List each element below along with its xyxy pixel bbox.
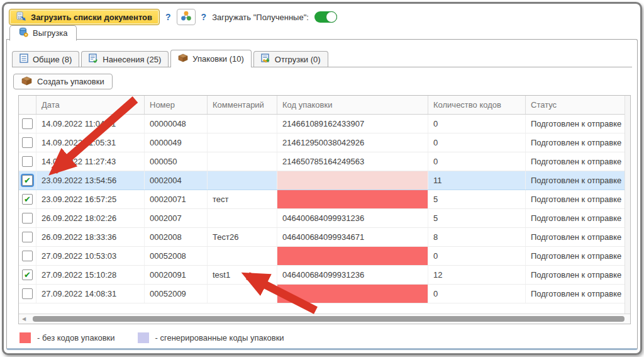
tab-obshchie-label: Общие (8) xyxy=(33,55,72,64)
horizontal-scrollbar-thumb[interactable] xyxy=(33,316,625,322)
row-checkbox[interactable] xyxy=(22,232,33,242)
table-row[interactable]: 26.09.2022 18:33:36 0002008 Тест26 04640… xyxy=(19,228,630,247)
cell-comment xyxy=(208,133,277,152)
cell-comment: test1 xyxy=(208,266,277,284)
tab-otgruzki-label: Отгрузки (0) xyxy=(275,55,321,64)
cell-number: 00020091 xyxy=(145,266,208,284)
packages-table: Дата Номер Комментарий Код упаковки Коли… xyxy=(18,95,631,324)
cell-status: Подготовлен к отправке xyxy=(526,152,630,171)
table-row[interactable]: 14.09.2022 11:04:51 00000048 21466108916… xyxy=(19,115,630,133)
cell-date: 27.09.2022 10:53:03 xyxy=(36,247,145,265)
toggle-knob xyxy=(326,11,337,23)
header-number[interactable]: Номер xyxy=(145,96,208,114)
header-comment[interactable]: Комментарий xyxy=(208,96,277,114)
header-code-count[interactable]: Количество кодов xyxy=(428,96,526,114)
table-body: 14.09.2022 11:04:51 00000048 21466108916… xyxy=(19,115,630,303)
cell-number: 00052009 xyxy=(145,285,208,303)
cell-comment xyxy=(208,171,277,190)
header-date[interactable]: Дата xyxy=(36,96,145,114)
tab-otgruzki[interactable]: Отгрузки (0) xyxy=(253,51,328,67)
help-link-2[interactable]: ? xyxy=(201,12,207,22)
row-checkbox[interactable] xyxy=(22,118,33,129)
table-row[interactable]: 14.09.2022 11:27:43 000050 2146507851642… xyxy=(19,152,630,171)
table-row[interactable]: 27.09.2022 10:53:03 00052008 0 Подготовл… xyxy=(19,247,630,266)
cell-date: 26.09.2022 18:02:26 xyxy=(36,209,145,227)
tab-obshchie[interactable]: Общие (8) xyxy=(12,51,79,67)
cell-number: 0000049 xyxy=(145,133,208,152)
tab-vygruzka[interactable]: Выгрузка xyxy=(9,25,77,41)
tab-naneseniya-label: Нанесения (25) xyxy=(103,55,161,64)
table-row[interactable]: 27.09.2022 14:08:31 00052009 0 Подготовл… xyxy=(19,285,630,303)
row-checkbox-cell xyxy=(19,285,36,303)
cell-code-count: 5 xyxy=(428,190,526,208)
row-checkbox-cell xyxy=(19,228,36,246)
cell-comment: Тест26 xyxy=(208,228,277,246)
cell-comment xyxy=(208,115,277,133)
app-window: Загрузить списки документов ? ? Загружат… xyxy=(2,2,642,355)
cell-package-code xyxy=(277,247,428,265)
purple-swatch xyxy=(138,332,149,343)
load-icon xyxy=(16,11,26,23)
cell-date: 14.09.2022 11:27:43 xyxy=(36,152,145,171)
tab-naneseniya[interactable]: Нанесения (25) xyxy=(81,51,169,67)
cell-status: Подготовлен к отправке xyxy=(526,247,630,265)
cell-status: Подготовлен к отправке xyxy=(526,209,630,227)
list-icon xyxy=(19,54,28,65)
row-checkbox[interactable] xyxy=(22,137,33,148)
row-checkbox[interactable] xyxy=(22,269,33,280)
tab-vygruzka-label: Выгрузка xyxy=(33,28,68,38)
create-packages-label: Создать упаковки xyxy=(37,77,104,86)
row-checkbox[interactable] xyxy=(22,251,33,261)
box-icon xyxy=(178,54,188,64)
vertical-scrollbar[interactable] xyxy=(625,96,630,314)
header-status[interactable]: Статус xyxy=(526,96,630,114)
table-row[interactable]: 23.09.2022 13:54:56 0002004 11 Подготовл… xyxy=(19,171,630,190)
table-header: Дата Номер Комментарий Код упаковки Коли… xyxy=(19,96,630,115)
help-link-1[interactable]: ? xyxy=(165,12,171,22)
cell-status: Подготовлен к отправке xyxy=(526,266,630,284)
load-received-toggle[interactable] xyxy=(314,11,337,23)
cell-code-count: 0 xyxy=(428,247,526,265)
row-checkbox-cell xyxy=(19,115,36,133)
scroll-left-arrow-icon[interactable]: ◀ xyxy=(22,316,26,322)
database-export-icon xyxy=(18,27,28,39)
create-packages-button[interactable]: Создать упаковки xyxy=(13,74,113,89)
table-row[interactable]: 26.09.2022 18:02:26 0002007 046400684099… xyxy=(19,209,630,228)
load-received-label: Загружать "Полученные": xyxy=(212,13,309,22)
cell-date: 14.09.2022 11:05:31 xyxy=(36,133,145,152)
cell-package-code: 046400684099931236 xyxy=(277,209,428,227)
cell-package-code: 214661089162433907 xyxy=(277,115,428,133)
load-document-lists-button[interactable]: Загрузить списки документов xyxy=(9,9,160,25)
molecule-icon xyxy=(180,11,192,23)
header-package-code[interactable]: Код упаковки xyxy=(277,96,428,114)
header-checkbox-column xyxy=(19,96,36,114)
table-row[interactable]: 27.09.2022 15:10:28 00020091 test1 04640… xyxy=(19,266,630,285)
row-checkbox[interactable] xyxy=(22,213,33,224)
table-row[interactable]: 23.09.2022 16:57:25 00020071 тест 5 Подг… xyxy=(19,190,630,209)
cell-comment xyxy=(208,247,277,265)
table-row[interactable]: 14.09.2022 11:05:31 0000049 214612950038… xyxy=(19,133,630,152)
row-checkbox[interactable] xyxy=(22,194,33,205)
box-icon xyxy=(21,76,32,88)
document-tabs: Общие (8) Нанесения (25) xyxy=(12,50,632,67)
tab-upakovki[interactable]: Упаковки (10) xyxy=(170,50,252,67)
row-checkbox[interactable] xyxy=(22,156,33,167)
cell-comment xyxy=(208,285,277,303)
row-checkbox-cell xyxy=(19,152,36,171)
cell-code-count: 0 xyxy=(428,115,526,133)
cell-number: 000050 xyxy=(145,152,208,171)
load-button-label: Загрузить списки документов xyxy=(31,13,152,22)
action-bar: Создать упаковки xyxy=(13,74,113,89)
cell-package-code: 214612950038042926 xyxy=(277,133,428,152)
cell-package-code xyxy=(277,285,428,303)
cell-package-code: 046400684099931236 xyxy=(277,266,428,284)
cell-status: Подготовлен к отправке xyxy=(526,285,630,303)
row-checkbox[interactable] xyxy=(22,288,33,299)
cell-status: Подготовлен к отправке xyxy=(526,171,630,190)
molecule-button[interactable] xyxy=(177,9,196,25)
tab-upakovki-label: Упаковки (10) xyxy=(192,54,244,64)
legend-generated-codes-label: - сгенерированные коды упаковки xyxy=(155,333,284,343)
row-checkbox[interactable] xyxy=(22,175,33,186)
legend-item-no-codes: - без кодов упаковки xyxy=(19,332,115,343)
horizontal-scrollbar[interactable]: ◀ xyxy=(19,314,630,324)
